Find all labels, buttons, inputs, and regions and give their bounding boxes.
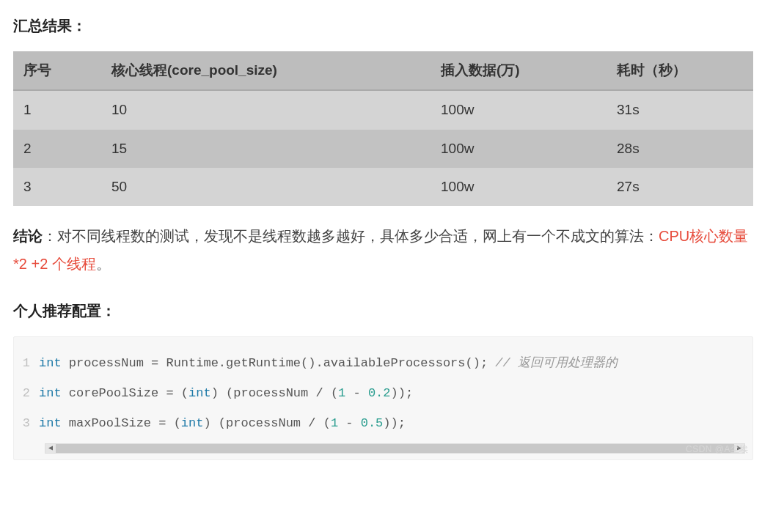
code-lines[interactable]: 1int processNum = Runtime.getRuntime().a… (14, 346, 752, 443)
code-token-plain: )); (391, 386, 414, 400)
table-row: 350100w27s (13, 168, 753, 206)
code-content: int processNum = Runtime.getRuntime().av… (39, 349, 618, 379)
th-core: 核心线程(core_pool_size) (101, 51, 431, 90)
code-token-num: 0.5 (361, 416, 384, 430)
table-cell: 100w (431, 90, 607, 129)
code-content: int maxPoolSize = (int) (processNum / (1… (39, 409, 406, 439)
line-number: 2 (14, 379, 39, 409)
code-token-plain: ) (processNum / ( (211, 386, 338, 400)
code-token-plain: - (338, 416, 361, 430)
code-token-plain: )); (383, 416, 406, 430)
table-cell: 3 (13, 168, 101, 206)
code-token-num: 1 (331, 416, 338, 430)
table-row: 215100w28s (13, 130, 753, 168)
line-number: 1 (14, 349, 39, 379)
summary-table: 序号 核心线程(core_pool_size) 插入数据(万) 耗时（秒） 11… (13, 51, 753, 206)
table-header-row: 序号 核心线程(core_pool_size) 插入数据(万) 耗时（秒） (13, 51, 753, 90)
code-token-kw: int (39, 416, 62, 430)
code-token-plain: ) (processNum / ( (203, 416, 330, 430)
code-token-num: 1 (338, 386, 345, 400)
table-cell: 100w (431, 168, 607, 206)
code-token-plain: corePoolSize = ( (62, 386, 188, 400)
th-seq: 序号 (13, 51, 101, 90)
code-line: 3int maxPoolSize = (int) (processNum / (… (14, 409, 752, 439)
code-token-kw: int (188, 386, 211, 400)
table-cell: 100w (431, 130, 607, 168)
config-heading: 个人推荐配置： (13, 298, 753, 323)
summary-heading: 汇总结果： (13, 13, 753, 38)
line-number: 3 (14, 409, 39, 439)
code-line: 1int processNum = Runtime.getRuntime().a… (14, 349, 752, 379)
table-cell: 31s (607, 90, 753, 129)
code-content: int corePoolSize = (int) (processNum / (… (39, 379, 413, 409)
conclusion-after: 。 (96, 256, 111, 272)
table-cell: 50 (101, 168, 431, 206)
horizontal-scrollbar[interactable]: ◀ ▶ (45, 443, 745, 454)
code-token-kw: int (39, 356, 62, 370)
conclusion-label: 结论 (13, 228, 43, 244)
th-time: 耗时（秒） (607, 51, 753, 90)
scroll-left-icon[interactable]: ◀ (45, 444, 56, 453)
code-token-plain: processNum = Runtime.getRuntime().availa… (62, 356, 496, 370)
scrollbar-thumb[interactable] (56, 444, 734, 453)
table-cell: 15 (101, 130, 431, 168)
table-cell: 27s (607, 168, 753, 206)
watermark: CSDN @A尘埃 (686, 442, 749, 457)
table-cell: 28s (607, 130, 753, 168)
table-cell: 10 (101, 90, 431, 129)
code-line: 2int corePoolSize = (int) (processNum / … (14, 379, 752, 409)
code-token-plain: maxPoolSize = ( (62, 416, 181, 430)
code-token-comment: // 返回可用处理器的 (495, 356, 618, 370)
code-block: 1int processNum = Runtime.getRuntime().a… (13, 336, 753, 459)
conclusion-before: ：对不同线程数的测试，发现不是线程数越多越好，具体多少合适，网上有一个不成文的算… (43, 228, 659, 244)
code-token-plain: - (345, 386, 368, 400)
table-cell: 1 (13, 90, 101, 129)
code-token-num: 0.2 (368, 386, 391, 400)
th-insert: 插入数据(万) (431, 51, 607, 90)
table-cell: 2 (13, 130, 101, 168)
code-token-kw: int (39, 386, 62, 400)
code-token-kw: int (181, 416, 204, 430)
scrollbar-wrap: ◀ ▶ (14, 443, 752, 459)
table-row: 110100w31s (13, 90, 753, 129)
conclusion-paragraph: 结论：对不同线程数的测试，发现不是线程数越多越好，具体多少合适，网上有一个不成文… (13, 222, 753, 278)
